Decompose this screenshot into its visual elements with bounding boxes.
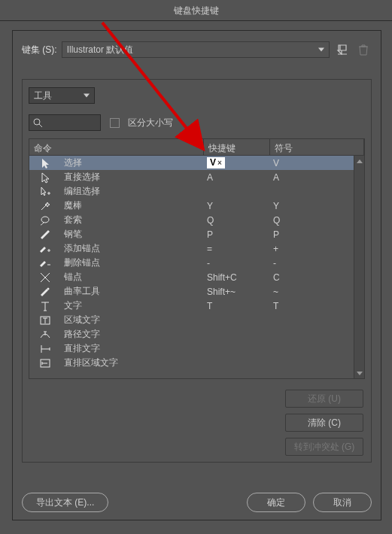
table-body: 选择V×V直接选择AA编组选择魔棒YY套索QQ钢笔PP添加锚点=+删除锚点--锚… [29,156,364,378]
search-input[interactable] [29,114,101,131]
table-row[interactable]: 套索QQ [29,213,364,227]
row-icon [29,171,61,184]
row-shortcut[interactable]: T [204,301,270,311]
type-icon [39,300,51,312]
table-row[interactable]: 曲率工具Shift+~~ [29,284,364,299]
category-value: 工具 [34,90,52,102]
category-dropdown[interactable]: 工具 [29,87,95,104]
table-row[interactable]: 魔棒YY [29,199,364,213]
row-symbol: Q [270,215,354,226]
svg-point-0 [34,119,40,125]
shortcut-text: Shift+~ [207,287,236,297]
ok-button[interactable]: 确定 [247,493,305,512]
scrollbar[interactable] [354,156,364,378]
goto-conflict-button[interactable]: 转到冲突处 (G) [285,438,363,456]
case-checkbox[interactable]: 区分大小写 [110,117,173,129]
dialog-title: 键盘快捷键 [0,0,392,21]
row-symbol: Y [270,201,354,211]
keyset-row: 键集 (S): Illustrator 默认值 [22,41,372,58]
table-row[interactable]: 直排文字 [29,341,364,356]
table-row[interactable]: 文字TT [29,299,364,313]
row-icon [29,343,61,355]
vtype-icon [39,343,51,355]
row-shortcut[interactable]: V× [204,157,270,168]
table-row[interactable]: 直接选择AA [29,170,364,184]
anchor-icon [39,272,51,284]
shortcuts-table: 命令 快捷键 符号 选择V×V直接选择AA编组选择魔棒YY套索QQ钢笔PP添加锚… [29,138,365,379]
keyset-dropdown[interactable]: Illustrator 默认值 [62,41,330,58]
row-shortcut[interactable]: - [204,258,270,269]
row-name: 编组选择 [61,185,204,198]
area-type-icon [39,314,51,326]
varea-type-icon [39,357,51,369]
svg-point-1 [41,217,49,223]
row-icon [29,286,61,298]
table-row[interactable]: 添加锚点=+ [29,241,364,256]
row-name: 直排文字 [61,342,204,355]
scroll-down-icon[interactable] [354,368,364,378]
search-row: 区分大小写 [29,114,365,131]
search-icon [32,117,43,128]
table-row[interactable]: 删除锚点-- [29,256,364,270]
chevron-down-icon [84,94,90,98]
table-row[interactable]: 区域文字 [29,313,364,327]
row-symbol: T [270,301,354,311]
path-type-icon [39,329,51,341]
row-icon [29,200,61,212]
pen-plus-icon [39,243,51,255]
cancel-button[interactable]: 取消 [313,493,372,512]
shortcut-text: T [207,301,212,311]
close-icon[interactable]: × [217,157,222,168]
table-header: 命令 快捷键 符号 [29,139,364,156]
table-row[interactable]: 直排区域文字 [29,356,364,370]
cursor-white-icon [39,171,51,184]
header-command[interactable]: 命令 [29,139,204,155]
row-icon [29,243,61,255]
row-shortcut[interactable]: Shift+C [204,272,270,283]
row-shortcut[interactable]: Q [204,215,270,226]
row-name: 锚点 [61,271,204,284]
table-row[interactable]: 锚点Shift+CC [29,270,364,284]
case-label: 区分大小写 [128,117,173,129]
row-name: 钢笔 [61,228,204,241]
export-text-button[interactable]: 导出文本 (E)... [22,493,108,512]
keyset-value: Illustrator 默认值 [67,44,134,56]
row-name: 删除锚点 [61,256,204,269]
row-symbol: C [270,272,354,283]
row-icon [29,314,61,326]
table-row[interactable]: 编组选择 [29,184,364,199]
shortcut-text: = [207,244,212,254]
row-shortcut[interactable]: Shift+~ [204,287,270,297]
row-shortcut[interactable]: Y [204,201,270,211]
confirm-group: 确定 取消 [247,493,372,512]
table-row[interactable]: 路径文字 [29,327,364,341]
keyset-label: 键集 (S): [22,44,57,56]
row-shortcut[interactable]: P [204,229,270,240]
row-name: 添加锚点 [61,242,204,255]
row-shortcut[interactable]: = [204,244,270,254]
checkbox-icon [110,118,120,128]
row-icon [29,300,61,312]
shortcut-edit-input[interactable]: V× [207,157,225,168]
save-keyset-button[interactable] [334,41,351,58]
row-name: 直接选择 [61,171,204,184]
shortcut-text: - [207,258,210,269]
row-icon [29,257,61,269]
row-shortcut[interactable]: A [204,172,270,183]
row-symbol: A [270,172,354,183]
clear-button[interactable]: 清除 (C) [285,414,363,432]
delete-keyset-button[interactable] [355,41,372,58]
scroll-up-icon[interactable] [354,156,364,166]
curve-icon [39,286,51,298]
header-shortcut[interactable]: 快捷键 [204,139,270,155]
table-row[interactable]: 选择V×V [29,156,364,170]
row-icon [29,329,61,341]
table-row[interactable]: 钢笔PP [29,227,364,241]
row-icon [29,229,61,241]
shortcuts-panel: 工具 区分大小写 命令 快捷键 符号 选择V×V直接选择AA编组选择魔棒YY套索… [22,79,372,463]
cursor-icon [39,157,51,169]
row-name: 曲率工具 [61,285,204,298]
undo-button[interactable]: 还原 (U) [285,390,363,408]
cursor-plus-icon [39,186,51,198]
header-symbol[interactable]: 符号 [270,139,364,155]
